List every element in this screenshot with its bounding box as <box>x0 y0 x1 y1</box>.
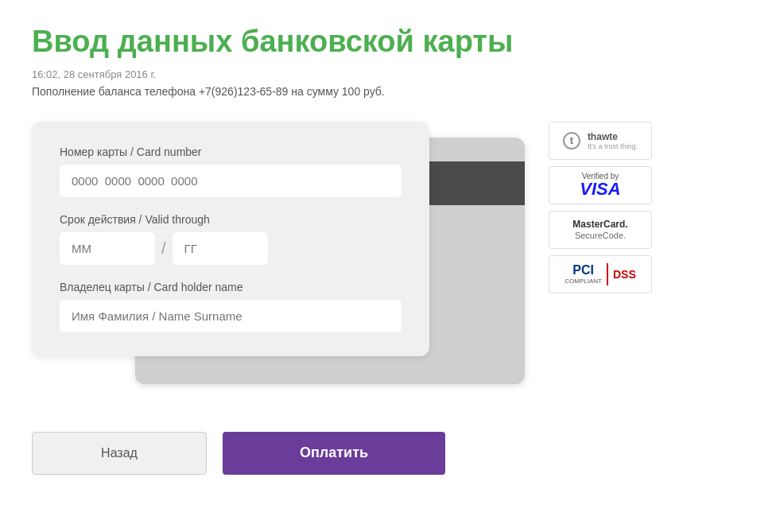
securecode-text: SecureCode. <box>575 231 626 240</box>
mastercard-badge: MasterCard. SecureCode. <box>549 211 652 249</box>
security-logos: t thawte It's a trust thing. Verified by… <box>549 122 652 293</box>
card-front: Номер карты / Card number Срок действия … <box>32 122 429 356</box>
expiry-month-input[interactable] <box>60 232 155 265</box>
mastercard-text: MasterCard. <box>572 219 627 230</box>
thawte-icon: t <box>563 132 580 150</box>
card-number-input[interactable] <box>60 165 402 197</box>
thawte-tagline: It's a trust thing. <box>588 142 638 150</box>
card-container: CVV/CVC Последние 3 цифры на полосе для … <box>32 122 525 408</box>
dss-text: DSS <box>613 268 636 281</box>
timestamp: 16:02, 28 сентября 2016 г. <box>32 68 744 80</box>
expiry-label: Срок действия / Valid through <box>60 213 402 226</box>
cardholder-input[interactable] <box>60 300 402 332</box>
expiry-row: / <box>60 232 402 265</box>
main-content: CVV/CVC Последние 3 цифры на полосе для … <box>32 122 744 408</box>
cardholder-label: Владелец карты / Card holder name <box>60 281 402 293</box>
buttons-row: Назад Оплатить <box>32 432 744 475</box>
pci-badge: PCI COMPLIANT DSS <box>549 255 652 293</box>
page-title: Ввод данных банковской карты <box>32 24 744 60</box>
pci-text: PCI <box>572 263 594 278</box>
expiry-year-input[interactable] <box>173 232 268 265</box>
thawte-badge: t thawte It's a trust thing. <box>549 122 652 160</box>
pay-button[interactable]: Оплатить <box>223 432 445 475</box>
visa-text: VISA <box>580 181 620 198</box>
thawte-name: thawte <box>588 131 638 142</box>
expiry-slash: / <box>161 239 166 258</box>
pci-compliant: COMPLIANT <box>565 278 602 285</box>
back-button[interactable]: Назад <box>32 432 207 475</box>
description: Пополнение баланса телефона +7(926)123-6… <box>32 85 744 98</box>
card-number-label: Номер карты / Card number <box>60 146 402 158</box>
visa-verified-badge: Verified by VISA <box>549 166 652 204</box>
